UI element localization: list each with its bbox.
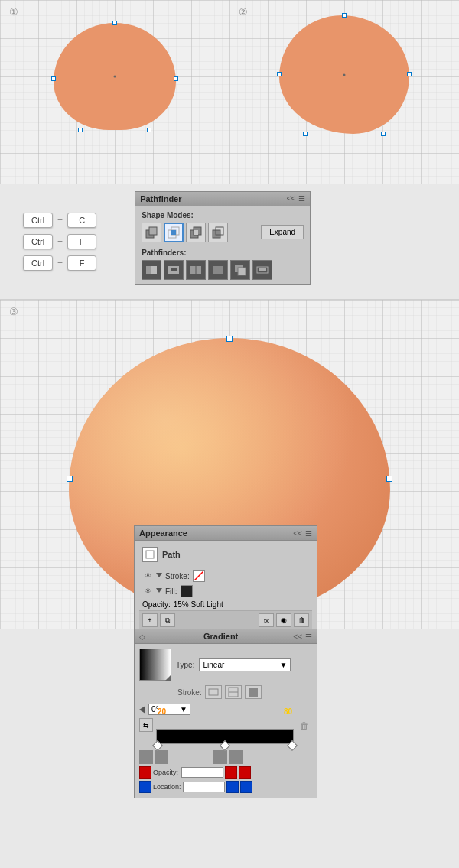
opacity-label: Opacity: — [142, 600, 171, 609]
type-value: Linear — [203, 661, 224, 669]
pf-btn-5[interactable] — [230, 260, 250, 280]
angle-input[interactable]: 0° ▼ — [148, 704, 190, 715]
intersect-btn[interactable] — [164, 223, 184, 242]
gradient-bar[interactable] — [156, 729, 294, 744]
eye-icon-stroke[interactable]: 👁 — [142, 572, 153, 580]
exclude-btn[interactable] — [186, 223, 206, 242]
large-anchor-top — [226, 336, 233, 342]
gradient-ctrl-row-1 — [139, 750, 312, 764]
stroke-btn-3[interactable] — [245, 685, 262, 699]
fill-color-icon[interactable] — [181, 585, 193, 597]
gradient-preview[interactable] — [139, 649, 171, 681]
svg-line-23 — [194, 571, 203, 580]
pf-btn-3[interactable] — [186, 260, 206, 280]
key-ctrl-1[interactable]: Ctrl — [23, 213, 53, 228]
step2-shape-container — [279, 15, 409, 134]
trash-btn[interactable]: 🗑 — [297, 718, 312, 733]
opacity-text-label: Opacity: — [153, 769, 180, 776]
gradient-titlebar: ◇ Gradient << ☰ — [135, 629, 317, 644]
ctrl-sq-2[interactable] — [155, 750, 168, 764]
footer-add-btn[interactable]: + — [142, 613, 158, 627]
anchor-right2 — [407, 72, 412, 76]
ctrl-sq-1[interactable] — [139, 750, 153, 764]
gradient-controls: << ☰ — [293, 632, 312, 641]
reverse-btn[interactable]: ⇆ — [139, 718, 153, 732]
large-anchor-left — [67, 476, 73, 482]
stroke-expand-btn[interactable] — [156, 573, 162, 579]
ctrl-red-opacity-1[interactable] — [139, 766, 151, 779]
stroke-btn-1[interactable] — [205, 685, 222, 699]
appearance-title: Appearance — [139, 528, 187, 538]
appearance-collapse-icon[interactable]: << — [293, 529, 302, 538]
stop-marker-mid[interactable] — [220, 740, 230, 751]
location-input[interactable] — [183, 782, 225, 792]
svg-rect-1 — [149, 227, 157, 235]
footer-delete-btn[interactable]: 🗑 — [294, 613, 309, 627]
pf-btn-2[interactable] — [164, 260, 184, 280]
expand-button[interactable]: Expand — [261, 225, 304, 239]
step1-center-dot — [114, 76, 116, 78]
ctrl-blue-loc-2[interactable] — [226, 781, 239, 793]
shortcut-row-2: Ctrl + F — [23, 234, 96, 249]
stop-marker-left[interactable] — [152, 740, 163, 751]
key-c[interactable]: C — [67, 213, 96, 228]
svg-rect-7 — [194, 230, 198, 235]
anchor-right — [174, 76, 178, 81]
footer-duplicate-btn[interactable]: ⧉ — [160, 613, 175, 627]
anchor-left2 — [277, 72, 282, 76]
stroke-color-icon[interactable] — [193, 570, 205, 582]
gradient-panel: ◇ Gradient << ☰ Type: Linea — [134, 629, 317, 798]
minus-front-btn[interactable] — [208, 223, 228, 242]
type-select[interactable]: Linear ▼ — [199, 658, 291, 671]
footer-hide-btn[interactable]: ◉ — [276, 613, 291, 627]
gradient-stroke-row: Stroke: — [177, 685, 312, 699]
shortcut-row-3: Ctrl + F — [23, 255, 96, 271]
gradient-type-container: Type: Linear ▼ — [176, 658, 312, 671]
pathfinder-titlebar: Pathfinder << ☰ — [135, 192, 310, 206]
key-ctrl-2[interactable]: Ctrl — [23, 234, 53, 249]
svg-rect-27 — [249, 688, 258, 697]
svg-rect-18 — [238, 268, 246, 275]
pf-btn-1[interactable] — [142, 260, 161, 280]
gradient-bar-icons: ⇆ — [139, 718, 153, 732]
gradient-top-row: Type: Linear ▼ — [139, 649, 312, 681]
ctrl-blue-loc-1[interactable] — [139, 781, 151, 793]
ctrl-red-opacity-3[interactable] — [239, 766, 251, 779]
menu-icon[interactable]: ☰ — [298, 194, 305, 203]
footer-fx-btn[interactable]: fx — [259, 613, 274, 627]
opacity-value: 15% Soft Light — [174, 600, 223, 609]
step2-center-dot — [343, 73, 346, 76]
key-f-1[interactable]: F — [67, 234, 96, 249]
pathfinder-body: Shape Modes: Expand — [135, 206, 310, 284]
ctrl-sq-3[interactable] — [213, 750, 227, 764]
anchor-bottom-left2 — [303, 132, 308, 136]
ctrl-red-opacity-2[interactable] — [225, 766, 237, 779]
key-ctrl-3[interactable]: Ctrl — [23, 255, 53, 271]
opacity-input[interactable] — [181, 767, 223, 778]
bottom-section: ③ Appearance << ☰ — [0, 300, 459, 868]
unite-btn[interactable] — [142, 223, 161, 242]
key-f-2[interactable]: F — [67, 255, 96, 271]
gradient-menu-icon[interactable]: ☰ — [305, 632, 312, 641]
fill-expand-btn[interactable] — [156, 588, 162, 594]
svg-rect-8 — [213, 230, 220, 238]
eye-icon-fill[interactable]: 👁 — [142, 587, 153, 595]
appearance-titlebar: Appearance << ☰ — [135, 526, 317, 541]
pathfinder-title: Pathfinder — [140, 194, 181, 203]
middle-section: Ctrl + C Ctrl + F Ctrl + F Pathfinder <<… — [0, 184, 459, 299]
ctrl-blue-loc-3[interactable] — [240, 781, 252, 793]
top-canvas-section: ① ② — [0, 0, 459, 184]
stroke-btn-2[interactable] — [225, 685, 242, 699]
pathfinder-controls: << ☰ — [286, 194, 305, 203]
ctrl-sq-4[interactable] — [229, 750, 243, 764]
stop-marker-right[interactable] — [287, 740, 298, 751]
step1-canvas: ① — [0, 0, 230, 184]
pf-btn-4[interactable] — [208, 260, 228, 280]
pf-btn-6[interactable] — [252, 260, 272, 280]
appearance-controls: << ☰ — [293, 529, 312, 538]
collapse-icon[interactable]: << — [286, 194, 295, 203]
gradient-collapse-icon[interactable]: << — [293, 632, 302, 641]
appearance-menu-icon[interactable]: ☰ — [305, 529, 312, 538]
step3-number: ③ — [9, 306, 18, 317]
stroke-row: 👁 Stroke: — [139, 568, 312, 584]
